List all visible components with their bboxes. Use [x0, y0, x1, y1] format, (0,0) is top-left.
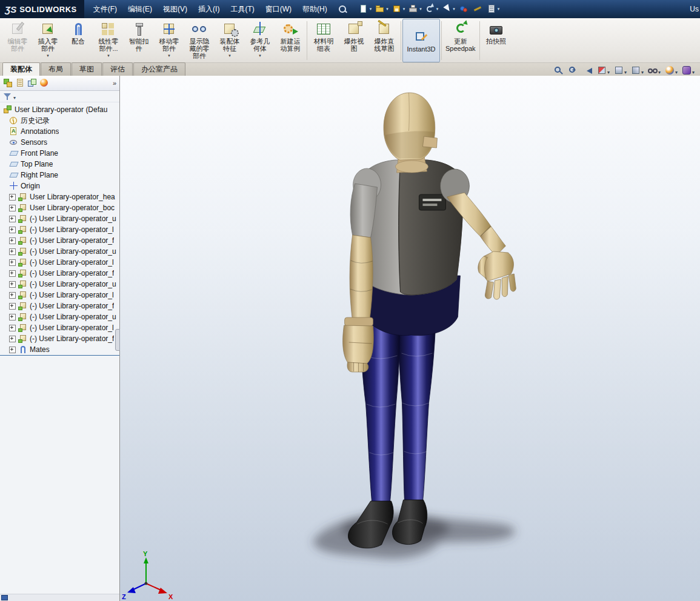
tree-item[interactable]: (-) User Library-operator_l [0, 257, 119, 268]
expand-toggle-icon[interactable] [9, 314, 16, 320]
propertymanager-tab-icon[interactable] [15, 78, 25, 88]
dropdown-caret-icon[interactable] [258, 52, 262, 57]
instant3d-button[interactable]: Instant3D [402, 19, 440, 62]
dropdown-caret-icon[interactable] [641, 68, 644, 74]
expand-toggle-icon[interactable] [9, 237, 16, 244]
apply-scene-icon[interactable] [681, 66, 695, 75]
dropdown-caret-icon[interactable] [228, 52, 232, 57]
featuremanager-tab-icon[interactable] [3, 78, 13, 88]
dropdown-caret-icon[interactable] [13, 91, 16, 102]
tree-item[interactable]: Front Plane [0, 148, 119, 159]
expand-toggle-icon[interactable] [9, 292, 16, 299]
expand-toggle-icon[interactable] [9, 270, 16, 277]
menu-item[interactable]: 文件(F) [88, 0, 122, 18]
new-motion-study-button[interactable]: 新建运 动算例 [275, 19, 305, 62]
dropdown-caret-icon[interactable] [658, 68, 661, 74]
sketch-icon[interactable]: ▾ [471, 4, 484, 15]
tree-item[interactable]: Right Plane [0, 170, 119, 181]
tree-item[interactable]: (-) User Library-operator_f [0, 268, 119, 279]
zoom-to-fit-icon[interactable] [552, 66, 564, 75]
options-icon[interactable]: ▾ [485, 4, 501, 15]
print-icon[interactable]: ▾ [407, 4, 423, 15]
expand-toggle-icon[interactable] [9, 194, 16, 201]
save-icon[interactable]: ▾ [390, 4, 407, 15]
viewport-canvas[interactable]: Y X Z [120, 76, 700, 601]
tree-item[interactable]: (-) User Library-operator_f [0, 300, 119, 311]
dropdown-caret-icon[interactable] [607, 68, 610, 74]
expand-toggle-icon[interactable] [9, 259, 16, 266]
expand-toggle-icon[interactable] [9, 281, 16, 288]
tree-item[interactable]: User Library-operator_boc [0, 202, 119, 213]
open-icon[interactable]: ▾ [373, 4, 390, 15]
commandmanager-tab[interactable]: 布局 [41, 62, 71, 76]
zoom-to-area-icon[interactable] [567, 66, 579, 75]
panel-expand-chevron-icon[interactable] [113, 79, 116, 87]
dropdown-caret-icon[interactable] [692, 68, 695, 74]
commandmanager-tab[interactable]: 装配体 [2, 62, 40, 76]
tree-item[interactable]: (-) User Library-operator_f [0, 333, 119, 344]
commandmanager-tab[interactable]: 评估 [102, 62, 133, 76]
tree-item[interactable]: (-) User Library-operator_u [0, 279, 119, 290]
dropdown-caret-icon[interactable] [167, 52, 171, 57]
menu-item[interactable]: 工具(T) [225, 0, 259, 18]
linear-component-pattern-button[interactable]: 线性零 部件... [93, 19, 124, 62]
tree-item[interactable]: Mates [0, 344, 119, 355]
tree-item[interactable]: 历史记录 [0, 115, 119, 126]
tree-item[interactable]: (-) User Library-operator_l [0, 290, 119, 300]
explode-line-sketch-button[interactable]: 爆炸直 线草图 [369, 19, 399, 62]
tree-item[interactable]: (-) User Library-operator_u [0, 246, 119, 257]
display-style-icon[interactable] [630, 66, 644, 75]
graphics-viewport[interactable]: Y X Z [120, 76, 700, 601]
menu-item[interactable]: 窗口(W) [260, 0, 297, 18]
smart-fasteners-button[interactable]: 智能扣 件 [124, 19, 154, 62]
color-toggle-icon[interactable]: ▾ [457, 4, 470, 15]
edit-component-button[interactable]: 编辑零 部件 [2, 19, 33, 62]
dropdown-caret-icon[interactable]: ▾ [370, 7, 372, 12]
expand-toggle-icon[interactable] [9, 325, 16, 331]
menu-item[interactable]: 视图(V) [158, 0, 193, 18]
tree-item[interactable]: Top Plane [0, 159, 119, 170]
expand-toggle-icon[interactable] [9, 347, 16, 353]
tree-item[interactable]: (-) User Library-operator_l [0, 224, 119, 235]
dropdown-caret-icon[interactable] [107, 52, 110, 57]
exploded-view-button[interactable]: 爆炸视 图 [339, 19, 369, 62]
expand-toggle-icon[interactable] [9, 248, 16, 255]
view-orientation-icon[interactable] [613, 66, 627, 75]
configurationmanager-tab-icon[interactable] [27, 78, 37, 88]
tree-item[interactable]: User Library-operator_hea [0, 191, 119, 202]
commandmanager-tab[interactable]: 办公室产品 [133, 62, 185, 76]
operator-figure[interactable] [343, 93, 516, 548]
update-speedpak-button[interactable]: 更新 Speedpak [443, 19, 478, 62]
insert-component-button[interactable]: 插入零 部件 [33, 19, 63, 62]
dropdown-caret-icon[interactable] [46, 52, 50, 57]
tree-item[interactable]: User Library-operator (Defau [0, 104, 119, 115]
reference-geometry-button[interactable]: 参考几 何体 [245, 19, 275, 62]
select-arrow-icon[interactable]: ▾ [440, 4, 456, 15]
section-view-icon[interactable] [596, 66, 610, 75]
tree-item[interactable]: Annotations [0, 126, 119, 137]
expand-toggle-icon[interactable] [9, 227, 16, 233]
tree-item[interactable]: Sensors [0, 137, 119, 148]
new-document-icon[interactable]: ▾ [357, 4, 373, 15]
show-hidden-components-button[interactable]: 显示隐 藏的零 部件 [184, 19, 215, 62]
tree-item[interactable]: (-) User Library-operator_l [0, 322, 119, 333]
previous-view-icon[interactable] [581, 66, 593, 75]
panel-splitter-handle[interactable] [115, 329, 120, 351]
tree-item[interactable]: Origin [0, 181, 119, 191]
dropdown-caret-icon[interactable] [624, 68, 627, 74]
expand-toggle-icon[interactable] [9, 205, 16, 211]
undo-icon[interactable]: ▾ [424, 4, 440, 15]
move-component-button[interactable]: 移动零 部件 [154, 19, 184, 62]
menu-item[interactable]: 编辑(E) [122, 0, 158, 18]
dropdown-caret-icon[interactable]: ▾ [386, 7, 388, 12]
tree-item[interactable]: (-) User Library-operator_f [0, 235, 119, 246]
dropdown-caret-icon[interactable]: ▾ [436, 7, 439, 12]
dropdown-caret-icon[interactable]: ▾ [403, 7, 405, 12]
bill-of-materials-button[interactable]: 材料明 细表 [308, 19, 339, 62]
tree-item[interactable]: (-) User Library-operator_u [0, 311, 119, 322]
menu-item[interactable]: 插入(I) [193, 0, 225, 18]
dropdown-caret-icon[interactable]: ▾ [419, 7, 422, 12]
edit-appearance-icon[interactable] [664, 66, 678, 75]
dropdown-caret-icon[interactable] [675, 68, 678, 74]
assembly-features-button[interactable]: 装配体 特征 [215, 19, 245, 62]
